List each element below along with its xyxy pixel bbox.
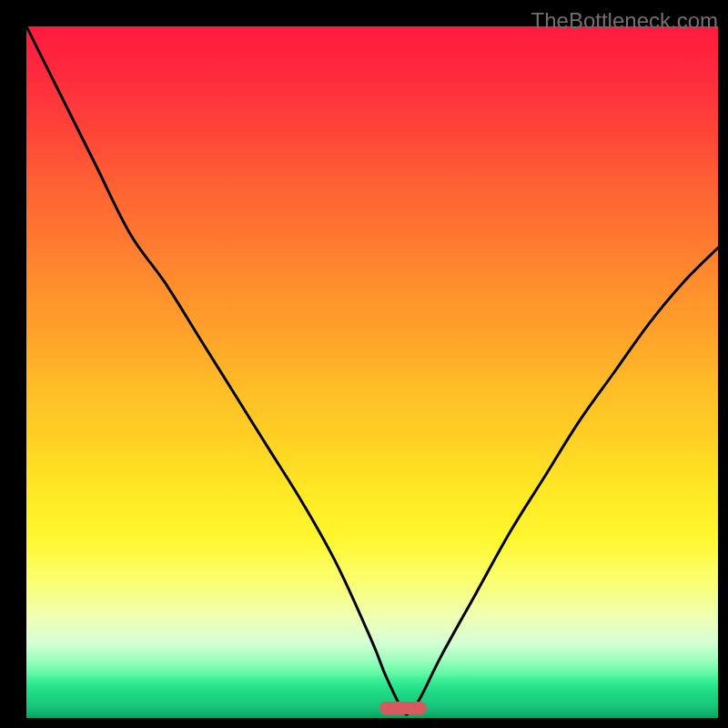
bottleneck-curve bbox=[26, 26, 718, 718]
optimal-marker bbox=[379, 702, 427, 714]
chart-frame: TheBottleneck.com bbox=[8, 8, 720, 720]
watermark-text: TheBottleneck.com bbox=[531, 8, 718, 34]
plot-area bbox=[26, 26, 718, 718]
